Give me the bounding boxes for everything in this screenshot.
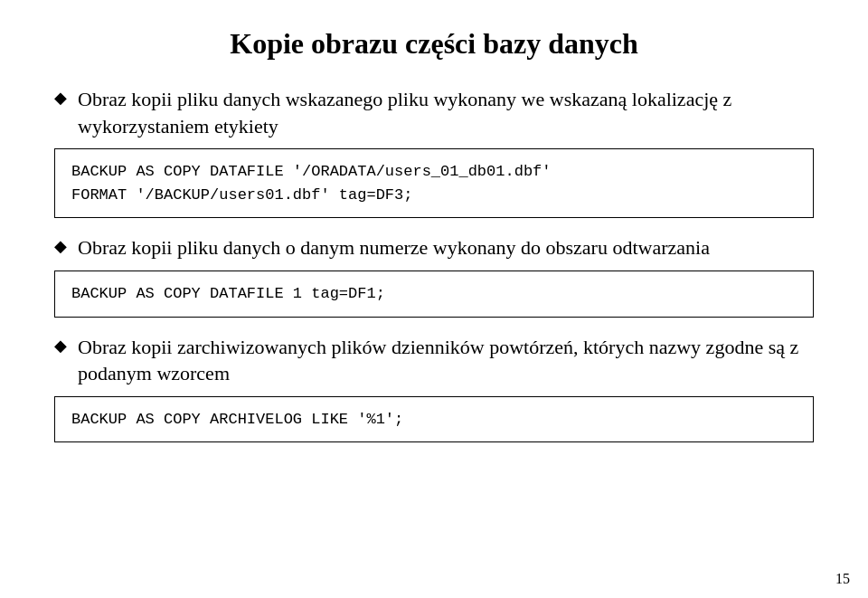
code-line-3-1: BACKUP AS COPY ARCHIVELOG LIKE '%1';: [71, 408, 797, 432]
section-2: ◆ Obraz kopii pliku danych o danym numer…: [54, 234, 814, 317]
section-3: ◆ Obraz kopii zarchiwizowanych plików dz…: [54, 334, 814, 443]
code-block-3: BACKUP AS COPY ARCHIVELOG LIKE '%1';: [54, 396, 814, 443]
code-line-1-2: FORMAT '/BACKUP/users01.dbf' tag=DF3;: [71, 184, 797, 207]
bullet-item-3: ◆ Obraz kopii zarchiwizowanych plików dz…: [54, 334, 814, 387]
section-1: ◆ Obraz kopii pliku danych wskazanego pl…: [54, 86, 814, 218]
bullet-text-1: Obraz kopii pliku danych wskazanego plik…: [78, 86, 814, 139]
page-title: Kopie obrazu części bazy danych: [54, 27, 814, 61]
bullet-diamond-1: ◆: [54, 88, 67, 108]
bullet-text-3: Obraz kopii zarchiwizowanych plików dzie…: [78, 334, 814, 387]
code-line-1-1: BACKUP AS COPY DATAFILE '/ORADATA/users_…: [71, 160, 797, 184]
bullet-diamond-2: ◆: [54, 236, 67, 256]
bullet-text-2: Obraz kopii pliku danych o danym numerze…: [78, 234, 710, 261]
code-line-2-1: BACKUP AS COPY DATAFILE 1 tag=DF1;: [71, 282, 797, 306]
code-block-2: BACKUP AS COPY DATAFILE 1 tag=DF1;: [54, 271, 814, 318]
bullet-item-1: ◆ Obraz kopii pliku danych wskazanego pl…: [54, 86, 814, 139]
bullet-item-2: ◆ Obraz kopii pliku danych o danym numer…: [54, 234, 814, 261]
page-container: Kopie obrazu części bazy danych ◆ Obraz …: [0, 0, 868, 598]
code-block-1: BACKUP AS COPY DATAFILE '/ORADATA/users_…: [54, 148, 814, 218]
page-number: 15: [835, 571, 850, 587]
bullet-diamond-3: ◆: [54, 336, 67, 356]
